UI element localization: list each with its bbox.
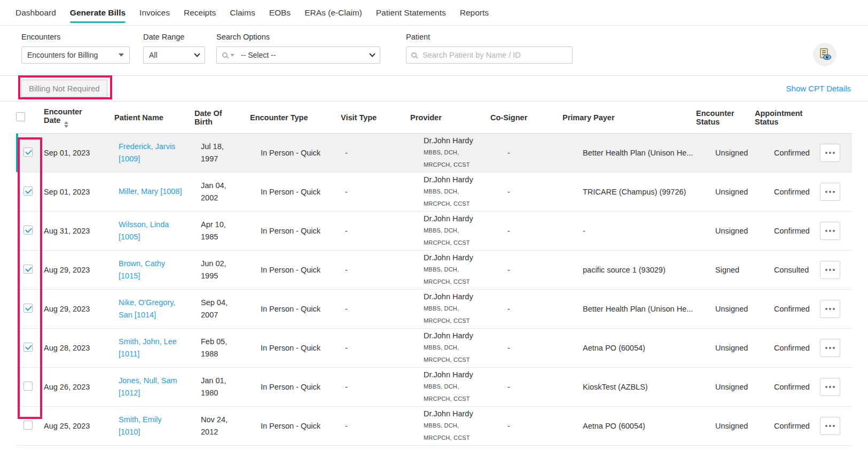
encounter-type: In Person - Quick [261, 383, 320, 391]
show-cpt-details-link[interactable]: Show CPT Details [786, 84, 851, 93]
ellipsis-icon [833, 191, 835, 193]
header-visit-type: Visit Type [341, 109, 410, 126]
table-row: Aug 28, 2023 Smith, John, Lee [1011] Feb… [16, 329, 852, 368]
visit-type-cell: - [341, 188, 410, 196]
bill-preview-button[interactable] [813, 43, 836, 66]
row-checkbox[interactable] [24, 148, 33, 157]
row-select-cell [16, 382, 44, 392]
ellipsis-icon [829, 386, 831, 388]
encounter-status: Unsigned [715, 227, 748, 235]
ellipsis-icon [825, 152, 827, 154]
provider-cell: Dr.John Hardy MBBS, DCH, MRCPCH, CCST [410, 213, 490, 249]
ellipsis-icon [833, 269, 835, 271]
nav-receipts[interactable]: Receipts [177, 0, 223, 25]
primary-payer-cell: Better Health Plan (Unison He... [562, 305, 696, 313]
appointment-status: Confirmed [774, 188, 810, 196]
row-actions-cell [818, 300, 852, 318]
row-checkbox[interactable] [24, 343, 33, 352]
billing-not-required-button[interactable]: Billing Not Required [21, 80, 107, 97]
sort-arrows-icon[interactable] [64, 121, 68, 128]
primary-payer: KioskTest (AZBLS) [583, 383, 648, 391]
encounter-date: Aug 28, 2023 [44, 344, 90, 352]
visit-type: - [345, 266, 348, 274]
encounter-type-cell: In Person - Quick [250, 188, 341, 196]
row-actions-button[interactable] [820, 222, 840, 240]
visit-type-cell: - [341, 305, 410, 313]
patient-name-link[interactable]: Frederick, Jarvis [1009] [119, 141, 184, 165]
row-checkbox[interactable] [24, 265, 33, 274]
generate-bills-page: Dashboard Generate Bills Invoices Receip… [0, 0, 868, 450]
row-checkbox[interactable] [24, 382, 33, 391]
row-actions-button[interactable] [820, 261, 840, 279]
header-appointment-status-label: Appointment Status [755, 109, 801, 126]
nav-reports[interactable]: Reports [453, 0, 496, 25]
search-options-select[interactable]: -- Select -- [216, 46, 380, 64]
row-checkbox[interactable] [24, 187, 33, 196]
appointment-status: Confirmed [774, 305, 810, 313]
row-actions-button[interactable] [820, 378, 840, 396]
provider-credentials: MBBS, DCH, MRCPCH, CCST [424, 185, 474, 210]
row-actions-button[interactable] [820, 339, 840, 357]
nav-dashboard[interactable]: Dashboard [9, 0, 63, 25]
patient-name-link[interactable]: Nike, O'Gregory, San [1014] [119, 297, 184, 321]
patient-name-link[interactable]: Wilsson, Linda [1005] [119, 219, 184, 243]
visit-type-cell: - [341, 422, 410, 430]
encounter-date-cell: Aug 29, 2023 [44, 266, 114, 274]
row-actions-button[interactable] [820, 144, 840, 162]
row-actions-button[interactable] [820, 300, 840, 318]
nav-invoices[interactable]: Invoices [132, 0, 177, 25]
magnifier-icon [222, 52, 228, 58]
row-actions-cell [818, 417, 852, 435]
ellipsis-icon [833, 347, 835, 349]
header-date-of-birth-label: Date Of Birth [194, 109, 233, 126]
encounter-status-cell: Unsigned [696, 188, 755, 196]
co-signer: - [507, 227, 510, 235]
row-checkbox[interactable] [24, 421, 33, 430]
provider-name: Dr.John Hardy [424, 330, 490, 341]
appointment-status-cell: Confirmed [755, 422, 818, 430]
table-row: Aug 31, 2023 Wilsson, Linda [1005] Apr 1… [16, 212, 852, 251]
patient-name-link[interactable]: Smith, Emily [1010] [119, 414, 184, 438]
table-body: Sep 01, 2023 Frederick, Jarvis [1009] Ju… [16, 134, 852, 446]
co-signer-cell: - [490, 383, 562, 391]
date-of-birth-cell: Jun 02, 1995 [194, 258, 250, 282]
date-of-birth: Jun 02, 1995 [201, 258, 238, 282]
patient-name-link[interactable]: Jones, Null, Sam [1012] [119, 375, 184, 399]
encounter-status-cell: Unsigned [696, 422, 755, 430]
ellipsis-icon [825, 347, 827, 349]
row-select-cell [16, 304, 44, 314]
patient-name-link[interactable]: Brown, Cathy [1015] [119, 258, 184, 282]
ellipsis-icon [833, 425, 835, 427]
appointment-status-cell: Confirmed [755, 344, 818, 352]
row-actions-cell [818, 339, 852, 357]
row-checkbox[interactable] [24, 304, 33, 313]
document-eye-icon [818, 48, 832, 62]
co-signer-cell: - [490, 188, 562, 196]
date-of-birth-cell: Sep 04, 2007 [194, 297, 250, 321]
ellipsis-icon [833, 308, 835, 310]
provider-name: Dr.John Hardy [424, 369, 490, 380]
row-actions-button[interactable] [820, 183, 840, 201]
patient-name-link[interactable]: Smith, John, Lee [1011] [119, 336, 184, 360]
patient-name-link[interactable]: Miller, Mary [1008] [119, 185, 184, 198]
nav-claims[interactable]: Claims [223, 0, 262, 25]
date-range-select[interactable]: All [143, 46, 205, 64]
encounter-type-cell: In Person - Quick [250, 305, 341, 313]
patient-search-input[interactable] [421, 50, 567, 60]
encounters-select[interactable]: Encounters for Billing [21, 46, 130, 64]
select-all-checkbox[interactable] [16, 112, 25, 121]
date-of-birth: Apr 10, 1985 [201, 219, 238, 243]
nav-eobs[interactable]: EOBs [262, 0, 298, 25]
nav-patient-statements[interactable]: Patient Statements [369, 0, 453, 25]
header-provider: Provider [410, 109, 490, 126]
date-of-birth-cell: Nov 24, 2012 [194, 414, 250, 438]
visit-type-cell: - [341, 227, 410, 235]
nav-generate-bills[interactable]: Generate Bills [63, 0, 132, 25]
header-encounter-status-label: Encounter Status [696, 109, 737, 126]
encounter-date: Aug 29, 2023 [44, 305, 90, 313]
nav-eras-eclaim[interactable]: ERAs (e-Claim) [298, 0, 369, 25]
row-checkbox[interactable] [24, 226, 33, 235]
encounter-type: In Person - Quick [261, 188, 320, 196]
row-actions-button[interactable] [820, 417, 840, 435]
row-actions-cell [818, 222, 852, 240]
